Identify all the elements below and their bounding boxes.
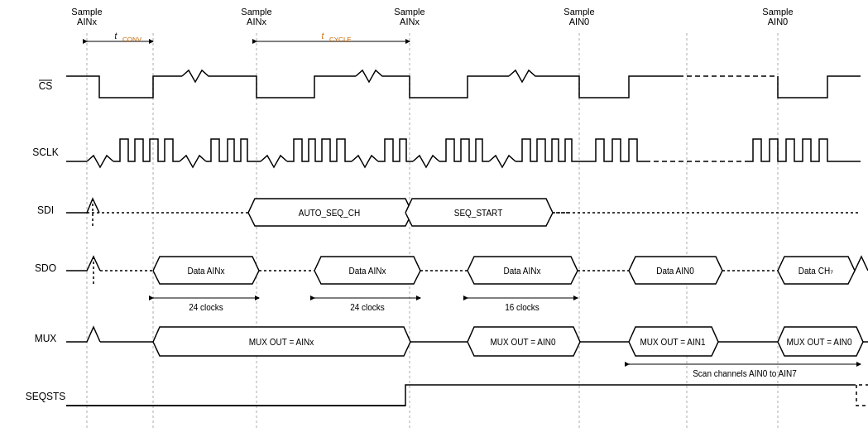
mux-ain0-2: MUX OUT = AIN0 (786, 338, 851, 347)
clocks2-label: 24 clocks (350, 303, 385, 312)
sdo-data5: Data CH₇ (798, 267, 833, 276)
clocks1-label: 24 clocks (189, 303, 223, 312)
sample4-label: Sample (563, 7, 594, 17)
sclk-label: SCLK (32, 147, 58, 158)
mux-label: MUX (35, 333, 57, 344)
sample1-label: Sample (71, 7, 102, 17)
sdo-data1: Data AINx (187, 267, 224, 276)
sdo-data4: Data AIN0 (656, 267, 694, 276)
sample2-label: Sample (241, 7, 271, 17)
clocks3-label: 16 clocks (505, 303, 540, 312)
sample3-label: Sample (394, 7, 424, 17)
sample3-channel: AINx (400, 17, 420, 26)
mux-ainx: MUX OUT = AINx (249, 338, 314, 347)
sdo-data2: Data AINx (348, 267, 386, 276)
sdi-auto-seq: AUTO_SEQ_CH (299, 209, 360, 218)
sample5-label: Sample (762, 7, 793, 17)
sample5-channel: AIN0 (768, 17, 788, 26)
sample4-channel: AIN0 (569, 17, 589, 26)
timing-diagram: CS SCLK SDI SDO MUX SEQSTS Sample AINx S… (0, 0, 868, 442)
scan-label: Scan channels AIN0 to AIN7 (693, 369, 797, 378)
tcycle-sub: CYCLE (329, 36, 352, 43)
seqsts-label: SEQSTS (26, 391, 66, 402)
sdi-seq-start: SEQ_START (454, 209, 503, 218)
mux-ain1: MUX OUT = AIN1 (640, 338, 705, 347)
sample1-channel: AINx (77, 17, 97, 26)
sdo-label: SDO (35, 262, 56, 274)
cs-label: CS (39, 80, 53, 92)
sdo-data3: Data AINx (503, 267, 540, 276)
mux-ain0-1: MUX OUT = AIN0 (490, 338, 555, 347)
sample2-channel: AINx (247, 17, 266, 26)
tconv-sub: CONV (122, 36, 142, 43)
sdi-label: SDI (37, 204, 54, 216)
